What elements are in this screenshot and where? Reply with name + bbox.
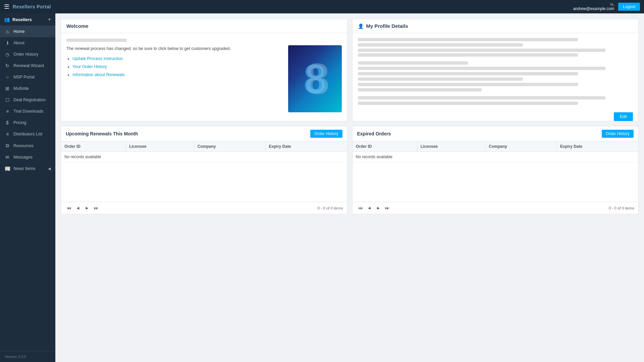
expired-next-page-button[interactable]: ►	[374, 205, 382, 211]
expired-first-page-button[interactable]: ⏮	[357, 205, 364, 211]
grid-icon: ⊞	[5, 86, 10, 91]
renewals-last-page-button[interactable]: ⏭	[92, 205, 100, 211]
logout-button[interactable]: Logout	[618, 3, 640, 11]
renewals-col-order-id: Order ID	[61, 141, 126, 152]
renewals-pagination: ⏮ ◄ ► ⏭ 0 - 0 of 0 items	[61, 202, 347, 214]
profile-icon: 👤	[358, 23, 364, 29]
welcome-subtitle	[66, 38, 342, 42]
expired-col-company: Company	[485, 141, 557, 152]
resellers-label: Resellers	[12, 17, 32, 22]
expired-col-licensee: Licensee	[417, 141, 485, 152]
collapse-icon[interactable]: ◀	[48, 167, 51, 171]
welcome-image: 8 8	[288, 45, 342, 112]
topbar-right: hi, andrew@example.com Logout	[573, 2, 640, 11]
renewals-table-head: Order ID Licensee Company Expiry Date	[61, 141, 347, 152]
sidebar-item-pricing[interactable]: $ Pricing	[0, 117, 55, 128]
renewals-first-page-button[interactable]: ⏮	[65, 205, 73, 211]
topbar: ☰ Resellers Portal hi, andrew@example.co…	[0, 0, 644, 13]
resellers-header[interactable]: 👥 Resellers ▼	[0, 13, 55, 26]
resellers-icon: 👥	[4, 17, 10, 22]
expired-prev-page-button[interactable]: ◄	[366, 205, 373, 211]
expired-col-expiry: Expiry Date	[557, 141, 638, 152]
welcome-link-renewals-info[interactable]: Information about Renewals	[72, 72, 125, 77]
profile-card: 👤 My Profile Details	[352, 19, 639, 121]
profile-blur-2	[358, 43, 523, 47]
top-row: Welcome The renewal process has changed,…	[61, 19, 639, 121]
welcome-link-order-history[interactable]: Your Order History	[72, 64, 107, 69]
main-content: Welcome The renewal process has changed,…	[55, 13, 644, 362]
renewals-pagination-controls: ⏮ ◄ ► ⏭	[65, 205, 100, 211]
news-items-left: 📰 News Items	[5, 166, 35, 171]
renewals-table-container: Order ID Licensee Company Expiry Date No…	[61, 141, 347, 202]
sidebar-label-pricing: Pricing	[13, 120, 26, 125]
profile-blur-1	[358, 38, 578, 41]
info-icon: ℹ	[5, 40, 10, 46]
renewals-no-records: No records available	[61, 152, 347, 162]
home-icon: ⌂	[5, 29, 10, 34]
hamburger-icon[interactable]: ☰	[4, 3, 9, 10]
welcome-content: The renewal process has changed, so be s…	[66, 45, 342, 112]
renewals-next-page-button[interactable]: ►	[83, 205, 91, 211]
sidebar-label-renewal-wizard: Renewal Wizard	[13, 63, 44, 68]
sidebar-item-home[interactable]: ⌂ Home	[0, 26, 55, 37]
sidebar-item-about[interactable]: ℹ About	[0, 37, 55, 49]
expired-last-page-button[interactable]: ⏭	[383, 205, 391, 211]
resellers-header-left: 👥 Resellers	[4, 17, 32, 22]
welcome-card-body: The renewal process has changed, so be s…	[61, 33, 347, 117]
sidebar-label-deal-registration: Deal Registration	[13, 98, 46, 102]
welcome-link-update-process[interactable]: Update Process Instruction	[72, 56, 123, 61]
sidebar-item-resources[interactable]: ⧉ Resources	[0, 140, 55, 152]
sidebar-item-distributors-list[interactable]: ≡ Distributors List	[0, 128, 55, 140]
sidebar-item-messages[interactable]: ✉ Messages	[0, 152, 55, 163]
sidebar-item-renewal-wizard[interactable]: ↻ Renewal Wizard	[0, 60, 55, 71]
news-icon: 📰	[5, 166, 10, 171]
expired-order-history-button[interactable]: Order History	[602, 130, 634, 138]
messages-icon: ✉	[5, 155, 10, 160]
user-greeting: hi,	[573, 2, 614, 6]
dollar-icon: $	[5, 120, 10, 125]
welcome-card: Welcome The renewal process has changed,…	[61, 19, 347, 121]
sidebar-label-trial-downloads: Trial Downloads	[13, 109, 43, 114]
circle-icon: ○	[5, 74, 10, 80]
brand-name: Resellers Portal	[13, 4, 51, 9]
renewals-prev-page-button[interactable]: ◄	[74, 205, 82, 211]
chevron-down-icon: ▼	[48, 17, 51, 21]
sidebar-label-messages: Messages	[13, 155, 33, 160]
expired-table-container: Order ID Licensee Company Expiry Date No…	[353, 141, 639, 202]
sidebar-label-distributors-list: Distributors List	[13, 132, 42, 136]
profile-blur-12	[358, 102, 578, 105]
expired-no-records-row: No records available	[353, 152, 639, 162]
renewals-title: Upcoming Renewals This Month	[66, 131, 138, 136]
expired-title: Expired Orders	[357, 131, 391, 136]
sidebar-label-order-history: Order History	[13, 52, 38, 57]
sidebar-item-deal-registration[interactable]: ☐ Deal Registration	[0, 94, 55, 106]
expired-card: Expired Orders Order History Order ID Li…	[352, 126, 639, 214]
profile-title: My Profile Details	[366, 23, 408, 29]
sidebar-item-news-items[interactable]: 📰 News Items ◀	[0, 163, 55, 174]
profile-blur-10	[358, 88, 482, 92]
expired-table-head: Order ID Licensee Company Expiry Date	[353, 141, 639, 152]
sidebar-label-msp-portal: MSP Portal	[13, 75, 35, 79]
profile-blur-6	[358, 67, 605, 70]
renewal-icon: ↻	[5, 63, 10, 68]
sidebar-item-msp-portal[interactable]: ○ MSP Portal	[0, 71, 55, 83]
edit-profile-button[interactable]: Edit	[614, 112, 633, 121]
sidebar-label-resources: Resources	[13, 143, 34, 148]
sidebar-item-order-history[interactable]: ◷ Order History	[0, 49, 55, 60]
profile-blur-11	[358, 96, 605, 100]
list-icon: ≡	[5, 109, 10, 114]
renewals-order-history-button[interactable]: Order History	[310, 130, 342, 138]
expired-pagination: ⏮ ◄ ► ⏭ 0 - 0 of 0 items	[353, 202, 639, 214]
expired-no-records: No records available	[353, 152, 639, 162]
profile-blur-3	[358, 49, 605, 52]
profile-section-2	[358, 61, 633, 92]
welcome-links: Update Process Instruction Your Order Hi…	[66, 55, 283, 78]
renewals-table: Order ID Licensee Company Expiry Date No…	[61, 141, 347, 162]
sidebar-item-trial-downloads[interactable]: ≡ Trial Downloads	[0, 106, 55, 117]
sidebar-item-multisite[interactable]: ⊞ Multisite	[0, 83, 55, 94]
renewals-no-records-row: No records available	[61, 152, 347, 162]
sidebar-label-about: About	[13, 41, 24, 45]
resources-icon: ⧉	[5, 143, 10, 148]
document-icon: ☐	[5, 97, 10, 103]
user-info: hi, andrew@example.com	[573, 2, 614, 11]
